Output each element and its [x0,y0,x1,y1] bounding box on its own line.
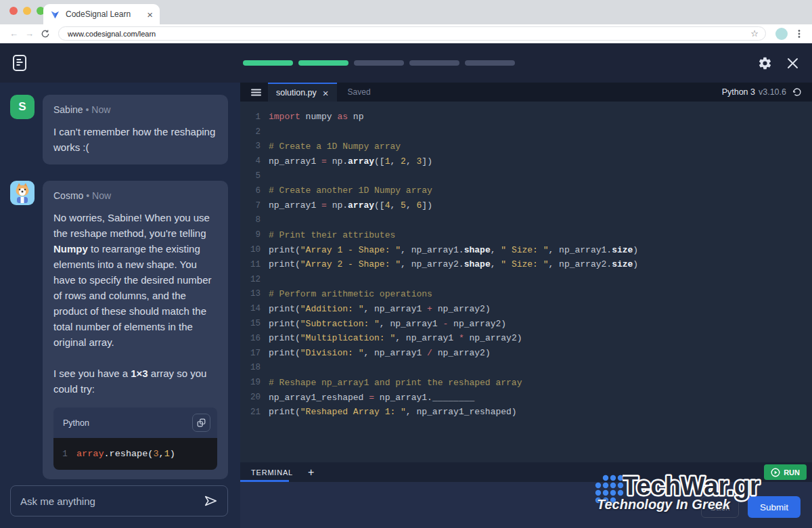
code-editor: solution.py × Saved Python 3 v3.10.6 1im… [240,83,812,528]
message-bubble: Cosmo • Now No worries, Sabine! When you… [43,181,228,479]
code-line[interactable]: 6# Create another 1D Numpy array [246,183,812,198]
add-terminal-icon[interactable]: + [308,466,314,479]
browser-menu-icon[interactable] [794,29,804,39]
progress-segment [354,60,404,66]
chat-sidebar: S Sabine • Now I can’t remember how the … [0,83,240,528]
snippet-line-number: 1 [53,449,76,459]
message-body: I can’t remember how the reshaping works… [53,124,217,155]
code-line[interactable]: 2 [246,125,812,139]
snippet-header: Python [53,408,217,438]
browser-tab-title: CodeSignal Learn [66,9,147,19]
file-menu-icon[interactable] [248,86,264,99]
chat-input[interactable] [20,496,203,507]
code-line[interactable]: 10print("Array 1 - Shape: ", np_array1.s… [246,242,812,257]
code-line[interactable]: 19# Reshape np_array1 and print the resh… [246,375,812,390]
code-line[interactable]: 21print("Reshaped Array 1: ", np_array1_… [246,405,812,420]
settings-gear-icon[interactable] [758,56,772,70]
line-number: 11 [246,260,261,269]
app-body: S Sabine • Now I can’t remember how the … [0,83,812,528]
code-line[interactable]: 20np_array1_reshaped = np_array1._______… [246,390,812,405]
code-line[interactable]: 3# Create a 1D Numpy array [246,139,812,154]
message-header: Cosmo • Now [53,190,217,201]
editor-lines[interactable]: 1import numpy as np23# Create a 1D Numpy… [240,102,812,462]
terminal-tab[interactable]: TERMINAL [240,462,302,482]
message-bubble: Sabine • Now I can’t remember how the re… [43,95,228,164]
codesignal-logo-icon [50,9,60,20]
code-line[interactable]: 15print("Subtraction: ", np_array1 - np_… [246,316,812,331]
line-number: 15 [246,319,261,328]
editor-tab-close-icon[interactable]: × [323,88,329,98]
progress-segment [243,60,293,66]
code-line[interactable]: 18 [246,361,812,376]
progress-segment [465,60,515,66]
url-field[interactable]: www.codesignal.com/learn ☆ [58,26,766,41]
line-number: 4 [246,156,261,166]
browser-tab-close-icon[interactable]: × [147,9,153,20]
code-line[interactable]: 1import numpy as np [246,110,812,125]
browser-profile-avatar[interactable] [775,28,788,40]
line-number: 16 [246,334,261,343]
message-body: No worries, Sabine! When you use the res… [53,210,217,397]
send-icon[interactable] [203,493,218,508]
message-paragraph: I see you have a 1×3 array so you could … [53,366,217,397]
code-line[interactable]: 5 [246,169,812,183]
reload-icon[interactable] [41,29,50,39]
message-header: Sabine • Now [53,104,217,115]
terminal-panel: Back Submit [240,482,812,528]
line-text: np_array1 = np.array([4, 5, 6]) [269,200,432,211]
line-number: 3 [246,141,261,151]
code-snippet: Python 1 array.reshape(3,1) [53,408,217,470]
line-number: 2 [246,127,261,137]
close-learn-icon[interactable] [787,58,798,69]
code-line[interactable]: 14print("Addition: ", np_array1 + np_arr… [246,301,812,316]
editor-tab-solution[interactable]: solution.py × [268,83,337,102]
line-text: np_array1 = np.array([1, 2, 3]) [269,156,432,167]
back-arrow-icon[interactable]: ← [9,28,18,39]
forward-arrow-icon[interactable]: → [25,28,34,39]
code-line[interactable]: 8 [246,213,812,228]
window-minimize-button[interactable] [23,7,31,15]
window-close-button[interactable] [9,7,18,15]
line-text: print("Addition: ", np_array1 + np_array… [269,304,491,314]
code-line[interactable]: 12 [246,272,812,287]
line-text: # Create a 1D Numpy array [269,141,401,152]
run-button[interactable]: RUN [764,464,807,480]
code-line[interactable]: 4np_array1 = np.array([1, 2, 3]) [246,154,812,169]
progress-bar [14,60,744,66]
browser-tab[interactable]: CodeSignal Learn × [43,4,160,24]
snippet-code: array.reshape(3,1) [76,449,175,459]
browser-tabstrip: CodeSignal Learn × [0,0,812,24]
code-line[interactable]: 13# Perform arithmetic operations [246,287,812,302]
line-number: 7 [246,201,261,211]
terminal-tab-label: TERMINAL [251,468,293,477]
code-line[interactable]: 9# Print their attributes [246,227,812,242]
line-text: print("Array 1 - Shape: ", np_array1.sha… [269,245,638,255]
corgi-icon [10,181,35,205]
editor-tab-label: solution.py [276,88,317,97]
line-text: print("Array 2 - Shape: ", np_array2.sha… [269,259,638,269]
back-button[interactable]: Back [701,496,739,518]
copy-button[interactable] [192,414,210,432]
code-line[interactable]: 7np_array1 = np.array([4, 5, 6]) [246,198,812,213]
chat-input-field[interactable] [10,485,228,516]
screen: CodeSignal Learn × ← → www.codesignal.co… [0,0,812,528]
code-line[interactable]: 11print("Array 2 - Shape: ", np_array2.s… [246,257,812,272]
line-number: 6 [246,186,261,196]
saved-status: Saved [348,87,371,97]
code-line[interactable]: 17print("Division: ", np_array1 / np_arr… [246,346,812,361]
reset-code-icon[interactable] [792,87,803,97]
chat-messages: S Sabine • Now I can’t remember how the … [0,83,240,479]
message-time: Now [92,190,111,201]
line-number: 19 [246,378,261,387]
progress-segment [298,60,348,66]
line-number: 13 [246,289,261,299]
submit-button[interactable]: Submit [748,496,800,518]
bookmark-star-icon[interactable]: ☆ [750,29,759,38]
line-number: 17 [246,349,261,358]
code-line[interactable]: 16print("Multiplication: ", np_array1 * … [246,331,812,346]
runtime-label: Python 3 [722,87,755,97]
browser-urlbar: ← → www.codesignal.com/learn ☆ [0,24,812,43]
terminal-tabbar: TERMINAL + RUN [240,462,812,482]
line-text: print("Division: ", np_array1 / np_array… [269,348,491,358]
sabine-avatar: S [10,95,35,119]
